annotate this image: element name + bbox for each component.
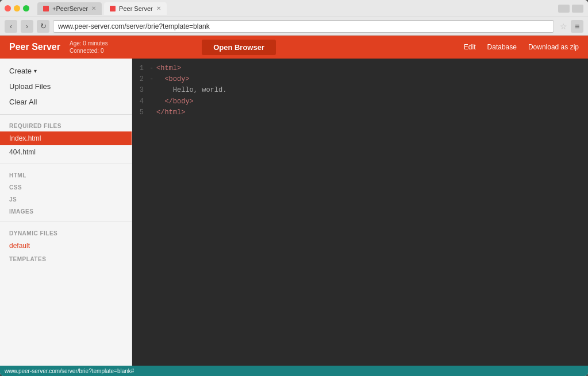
line-dash-4 bbox=[149, 96, 156, 107]
required-files-section-label: REQUIRED FILES bbox=[0, 119, 132, 131]
header-actions: Edit Database Download as zip bbox=[464, 43, 579, 51]
tab-favicon-1 bbox=[43, 6, 49, 11]
close-window-button[interactable] bbox=[5, 5, 11, 11]
window-btn-2[interactable] bbox=[572, 5, 583, 13]
line-content-4: </body> bbox=[156, 96, 194, 107]
bookmark-button[interactable]: ☆ bbox=[560, 22, 567, 31]
images-section-label: IMAGES bbox=[0, 205, 132, 217]
forward-button[interactable]: › bbox=[21, 20, 33, 33]
browser-window: +PeerServer ✕ Peer Server ✕ ‹ › ↻ www.pe… bbox=[0, 0, 588, 376]
clear-all-button[interactable]: Clear All bbox=[0, 94, 132, 110]
sidebar-divider-2 bbox=[0, 164, 132, 164]
app-logo: Peer Server bbox=[9, 42, 60, 52]
line-content-2: <body> bbox=[156, 74, 190, 85]
tab-close-2[interactable]: ✕ bbox=[156, 5, 161, 11]
url-bar[interactable]: www.peer-server.com/server/brie?template… bbox=[53, 20, 554, 33]
back-button[interactable]: ‹ bbox=[5, 20, 17, 33]
database-link[interactable]: Database bbox=[487, 43, 517, 51]
code-line-2: 2 - <body> bbox=[132, 74, 588, 85]
line-content-1: <html> bbox=[156, 63, 181, 74]
minimize-window-button[interactable] bbox=[14, 5, 20, 11]
line-dash-2: - bbox=[149, 74, 156, 85]
status-age: Age: 0 minutes bbox=[70, 40, 108, 47]
create-button[interactable]: Create ▾ bbox=[0, 63, 132, 79]
dynamic-files-section-label: DYNAMIC FILES bbox=[0, 227, 132, 239]
download-link[interactable]: Download as zip bbox=[528, 43, 579, 51]
create-label: Create bbox=[9, 67, 32, 75]
line-number-1: 1 bbox=[132, 63, 149, 74]
window-controls bbox=[558, 5, 583, 13]
maximize-window-button[interactable] bbox=[23, 5, 29, 11]
line-number-4: 4 bbox=[132, 96, 149, 107]
line-content-5: </html> bbox=[156, 107, 185, 118]
line-number-5: 5 bbox=[132, 107, 149, 118]
tab-label-1: +PeerServer bbox=[52, 5, 88, 12]
app-header: Peer Server Age: 0 minutes Connected: 0 … bbox=[0, 36, 588, 59]
main-content: Create ▾ Upload Files Clear All REQUIRED… bbox=[0, 59, 588, 366]
title-bar: +PeerServer ✕ Peer Server ✕ bbox=[0, 0, 588, 17]
app-status: Age: 0 minutes Connected: 0 bbox=[70, 40, 108, 55]
status-bar: www.peer-server.com/server/brie?template… bbox=[0, 366, 588, 376]
sidebar-divider-1 bbox=[0, 114, 132, 115]
sidebar-divider-3 bbox=[0, 222, 132, 222]
upload-files-button[interactable]: Upload Files bbox=[0, 79, 132, 94]
sidebar-item-404-html[interactable]: 404.html bbox=[0, 145, 132, 159]
html-section-label: HTML bbox=[0, 169, 132, 181]
code-line-1: 1 - <html> bbox=[132, 63, 588, 74]
line-number-2: 2 bbox=[132, 74, 149, 85]
refresh-button[interactable]: ↻ bbox=[37, 20, 49, 33]
status-connected: Connected: 0 bbox=[70, 47, 108, 55]
line-dash-1: - bbox=[149, 63, 156, 74]
nav-bar: ‹ › ↻ www.peer-server.com/server/brie?te… bbox=[0, 17, 588, 36]
tab-close-1[interactable]: ✕ bbox=[91, 5, 96, 11]
sidebar: Create ▾ Upload Files Clear All REQUIRED… bbox=[0, 59, 132, 366]
templates-section-label: TEMPLATES bbox=[0, 253, 132, 265]
css-section-label: CSS bbox=[0, 181, 132, 193]
tab-label-2: Peer Server bbox=[119, 5, 153, 12]
browser-tabs: +PeerServer ✕ Peer Server ✕ bbox=[37, 2, 555, 15]
line-dash-3 bbox=[149, 85, 156, 96]
window-btn-1[interactable] bbox=[558, 5, 570, 13]
tab-favicon-2 bbox=[110, 6, 116, 11]
line-number-3: 3 bbox=[132, 85, 149, 96]
code-line-3: 3 Hello, world. bbox=[132, 85, 588, 96]
tab-peersever-plus[interactable]: +PeerServer ✕ bbox=[37, 2, 102, 15]
sidebar-item-default[interactable]: default bbox=[0, 239, 132, 253]
browser-menu-button[interactable]: ≡ bbox=[571, 20, 583, 33]
edit-link[interactable]: Edit bbox=[464, 43, 476, 51]
status-url-text: www.peer-server.com/server/brie?template… bbox=[5, 368, 134, 374]
code-editor[interactable]: 1 - <html> 2 - <body> 3 Hello, world. 4 … bbox=[132, 59, 588, 366]
js-section-label: JS bbox=[0, 193, 132, 205]
line-dash-5 bbox=[149, 107, 156, 118]
code-line-5: 5 </html> bbox=[132, 107, 588, 118]
code-line-4: 4 </body> bbox=[132, 96, 588, 107]
tab-peerserver[interactable]: Peer Server ✕ bbox=[104, 2, 167, 15]
line-content-3: Hello, world. bbox=[156, 85, 226, 96]
traffic-lights bbox=[5, 5, 29, 11]
url-text: www.peer-server.com/server/brie?template… bbox=[58, 22, 210, 30]
create-arrow-icon: ▾ bbox=[34, 68, 37, 74]
open-browser-button[interactable]: Open Browser bbox=[202, 40, 276, 55]
sidebar-item-index-html[interactable]: Index.html bbox=[0, 131, 132, 145]
